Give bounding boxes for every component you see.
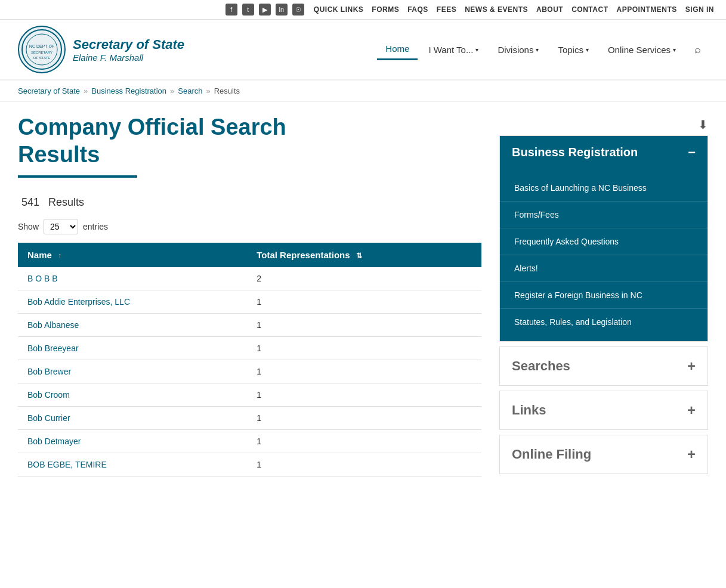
contact-link[interactable]: CONTACT: [571, 5, 608, 14]
company-link[interactable]: B O B B: [27, 274, 58, 283]
expand-online-filing-icon: +: [687, 446, 696, 463]
site-header: NC DEPT OF SECRETARY OF STATE Secretary …: [0, 20, 726, 81]
sidebar-online-filing-header[interactable]: Online Filing +: [500, 435, 708, 474]
show-entries: Show 10 25 50 100 entries: [18, 219, 481, 234]
site-subtitle: Elaine F. Marshall: [73, 52, 184, 63]
about-link[interactable]: ABOUT: [536, 5, 563, 14]
sign-in-link[interactable]: SIGN IN: [685, 5, 714, 14]
company-link[interactable]: Bob Brewer: [27, 367, 71, 376]
sidebar-link-alerts[interactable]: Alerts!: [500, 255, 708, 282]
sidebar-link-faq[interactable]: Frequently Asked Questions: [500, 228, 708, 255]
company-link[interactable]: Bob Addie Enterprises, LLC: [27, 297, 130, 307]
cell-reps: 2: [247, 267, 481, 290]
company-link[interactable]: Bob Albanese: [27, 320, 79, 330]
linkedin-icon[interactable]: in: [276, 4, 288, 16]
results-table: Name ↑ Total Representations ⇅ B O B B 2…: [18, 243, 481, 476]
twitter-icon[interactable]: t: [242, 4, 254, 16]
nav-topics[interactable]: Topics ▾: [549, 40, 597, 60]
forms-link[interactable]: FORMS: [372, 5, 399, 14]
table-row: Bob Albanese 1: [18, 314, 481, 337]
main-content: Company Official Search Results 541 Resu…: [18, 114, 481, 479]
nav-divisions[interactable]: Divisions ▾: [489, 40, 547, 60]
main-nav: Home I Want To... ▾ Divisions ▾ Topics ▾…: [377, 39, 708, 60]
table-row: Bob Brewer 1: [18, 360, 481, 383]
company-link[interactable]: Bob Croom: [27, 390, 70, 400]
nav-online-services[interactable]: Online Services ▾: [600, 40, 684, 60]
chevron-down-icon: ▾: [586, 47, 589, 53]
sidebar-link-basics[interactable]: Basics of Launching a NC Business: [500, 175, 708, 202]
sidebar-link-statutes[interactable]: Statutes, Rules, and Legislation: [500, 309, 708, 335]
svg-point-0: [22, 30, 61, 69]
youtube-icon[interactable]: ▶: [259, 4, 271, 16]
rss-icon[interactable]: ☉: [292, 4, 304, 16]
sort-reps-icon: ⇅: [356, 252, 362, 260]
company-link[interactable]: Bob Breeyear: [27, 343, 79, 353]
sidebar-online-filing-label: Online Filing: [512, 447, 591, 462]
col-name-header[interactable]: Name ↑: [18, 243, 247, 267]
sidebar-business-reg: Business Registration − Basics of Launch…: [499, 135, 708, 342]
search-toggle-button[interactable]: ⌕: [687, 39, 708, 60]
table-row: Bob Breeyear 1: [18, 337, 481, 360]
table-row: Bob Addie Enterprises, LLC 1: [18, 290, 481, 314]
sidebar-links-header[interactable]: Links +: [500, 391, 708, 429]
svg-text:OF STATE: OF STATE: [33, 56, 50, 60]
logo-area: NC DEPT OF SECRETARY OF STATE Secretary …: [18, 26, 184, 73]
sidebar-link-forms-fees[interactable]: Forms/Fees: [500, 202, 708, 228]
breadcrumb-bizreg[interactable]: Business Registration: [91, 86, 166, 95]
nav-i-want-to[interactable]: I Want To... ▾: [420, 40, 487, 60]
chevron-down-icon: ▾: [673, 47, 676, 53]
sidebar-business-reg-label: Business Registration: [512, 146, 638, 159]
expand-links-icon: +: [687, 402, 696, 419]
chevron-down-icon: ▾: [475, 47, 478, 53]
cell-reps: 1: [247, 360, 481, 383]
svg-text:SECRETARY: SECRETARY: [31, 51, 52, 54]
table-row: B O B B 2: [18, 267, 481, 290]
download-icon[interactable]: ⬇: [499, 114, 708, 135]
sidebar-searches-header[interactable]: Searches +: [500, 347, 708, 385]
cell-name: Bob Albanese: [18, 314, 247, 337]
cell-name: Bob Detmayer: [18, 430, 247, 453]
cell-name: Bob Currier: [18, 407, 247, 430]
sidebar-business-reg-header[interactable]: Business Registration −: [500, 136, 708, 169]
entries-label: entries: [83, 222, 108, 231]
breadcrumb-results: Results: [214, 86, 240, 95]
cell-reps: 1: [247, 453, 481, 476]
table-row: Bob Currier 1: [18, 407, 481, 430]
faqs-link[interactable]: FAQS: [407, 5, 428, 14]
cell-name: B O B B: [18, 267, 247, 290]
breadcrumb-search[interactable]: Search: [178, 86, 202, 95]
cell-name: BOB EGBE, TEMIRE: [18, 453, 247, 476]
table-row: Bob Croom 1: [18, 383, 481, 407]
show-label: Show: [18, 222, 39, 231]
results-count: 541 Results: [18, 188, 481, 211]
social-links: f t ▶ in ☉: [225, 4, 304, 16]
fees-link[interactable]: FEES: [437, 5, 456, 14]
nav-home[interactable]: Home: [377, 39, 418, 60]
sidebar-link-foreign-biz[interactable]: Register a Foreign Business in NC: [500, 282, 708, 309]
entries-select[interactable]: 10 25 50 100: [44, 219, 78, 234]
breadcrumb-sos[interactable]: Secretary of State: [18, 86, 80, 95]
company-link[interactable]: Bob Detmayer: [27, 437, 81, 446]
cell-reps: 1: [247, 383, 481, 407]
breadcrumb: Secretary of State » Business Registrati…: [0, 81, 726, 102]
top-nav-links: QUICK LINKS FORMS FAQS FEES NEWS & EVENT…: [314, 5, 714, 14]
company-link[interactable]: BOB EGBE, TEMIRE: [27, 460, 107, 469]
cell-reps: 1: [247, 407, 481, 430]
cell-name: Bob Brewer: [18, 360, 247, 383]
cell-name: Bob Addie Enterprises, LLC: [18, 290, 247, 314]
sidebar-business-reg-body: Basics of Launching a NC Business Forms/…: [500, 169, 708, 341]
facebook-icon[interactable]: f: [225, 4, 237, 16]
sidebar-searches: Searches +: [499, 346, 708, 386]
logo-text: Secretary of State Elaine F. Marshall: [73, 37, 184, 63]
sidebar-business-reg-toggle: −: [688, 146, 696, 159]
cell-reps: 1: [247, 337, 481, 360]
sidebar: ⬇ Business Registration − Basics of Laun…: [499, 114, 708, 479]
table-row: BOB EGBE, TEMIRE 1: [18, 453, 481, 476]
company-link[interactable]: Bob Currier: [27, 413, 70, 423]
cell-name: Bob Croom: [18, 383, 247, 407]
news-events-link[interactable]: NEWS & EVENTS: [465, 5, 528, 14]
appointments-link[interactable]: APPOINTMENTS: [616, 5, 676, 14]
nc-seal: NC DEPT OF SECRETARY OF STATE: [18, 26, 66, 73]
quick-links-link[interactable]: QUICK LINKS: [314, 5, 364, 14]
col-representations-header[interactable]: Total Representations ⇅: [247, 243, 481, 267]
